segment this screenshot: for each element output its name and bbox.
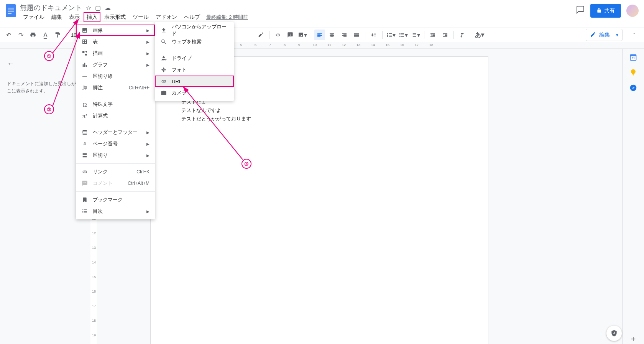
last-edit[interactable]: 最終編集: 2 時間前: [206, 14, 248, 21]
menu-label: 目次: [93, 208, 142, 215]
tasks-icon[interactable]: [629, 84, 637, 92]
insert-item-toc[interactable]: 目次▶: [76, 206, 155, 217]
menu-label: 計算式: [93, 112, 150, 119]
menu-addons[interactable]: アドオン: [153, 12, 180, 22]
redo-button[interactable]: ↷: [15, 30, 26, 40]
menu-label: 表: [93, 38, 142, 45]
outline-back-icon[interactable]: ←: [7, 57, 84, 69]
drawing-icon: [81, 50, 88, 56]
clear-formatting-button[interactable]: [457, 30, 468, 40]
svg-rect-4: [631, 54, 636, 56]
shortcut: Ctrl+Alt+F: [129, 85, 150, 91]
align-center-button[interactable]: [327, 30, 337, 40]
menu-file[interactable]: ファイル: [20, 12, 48, 22]
camera-icon: [160, 90, 167, 96]
link-icon: [81, 169, 88, 175]
insert-item-pagenum[interactable]: #ページ番号▶: [76, 138, 155, 150]
star-icon[interactable]: ☆: [86, 4, 91, 12]
insert-item-break[interactable]: 区切り▶: [76, 150, 155, 161]
insert-comment-button[interactable]: [285, 30, 296, 40]
toc-icon: [81, 208, 88, 214]
calendar-icon[interactable]: 31: [629, 53, 637, 61]
image-item-drive[interactable]: ドライブ: [155, 53, 234, 64]
side-panel: 31 +: [622, 49, 644, 344]
svg-text:31: 31: [632, 56, 635, 60]
undo-button[interactable]: ↶: [3, 30, 14, 40]
align-left-button[interactable]: [314, 30, 325, 40]
insert-menu: 画像▶表▶描画▶グラフ▶区切り線脚脚注Ctrl+Alt+FΩ特殊文字π²計算式ヘ…: [76, 22, 155, 219]
menu-label: パソコンからアップロード: [172, 23, 228, 37]
chevron-right-icon: ▶: [146, 63, 150, 67]
insert-item-hr[interactable]: 区切り線: [76, 71, 155, 82]
checklist-button[interactable]: ▾: [386, 30, 396, 40]
svg-rect-12: [83, 131, 87, 133]
insert-item-table[interactable]: 表▶: [76, 36, 155, 48]
line-spacing-button[interactable]: [368, 30, 379, 40]
menu-label: ドライブ: [172, 55, 228, 62]
menu-format[interactable]: 表示形式: [101, 12, 129, 22]
avatar[interactable]: [626, 5, 639, 17]
mode-label: 編集: [599, 31, 610, 38]
footnote-icon: 脚: [81, 85, 88, 91]
indent-increase-button[interactable]: [440, 30, 450, 40]
insert-item-omega[interactable]: Ω特殊文字: [76, 99, 155, 110]
insert-image-button[interactable]: ▾: [297, 30, 308, 40]
insert-link-button[interactable]: [273, 30, 283, 40]
highlight-color-button[interactable]: [255, 30, 266, 40]
align-justify-button[interactable]: [351, 30, 362, 40]
doc-title[interactable]: 無題のドキュメント: [20, 3, 82, 12]
numbered-list-button[interactable]: ▾: [410, 30, 421, 40]
chevron-right-icon: ▶: [146, 40, 150, 44]
insert-item-pi[interactable]: π²計算式: [76, 110, 155, 122]
chevron-down-icon: ▼: [615, 33, 619, 37]
print-button[interactable]: [28, 30, 38, 40]
keep-icon[interactable]: [629, 69, 637, 76]
mode-selector[interactable]: 編集 ▼: [586, 29, 623, 41]
spellcheck-button[interactable]: A̲: [40, 30, 51, 40]
image-item-link[interactable]: URL: [155, 76, 234, 87]
explore-button[interactable]: [606, 326, 622, 341]
indent-decrease-button[interactable]: [427, 30, 438, 40]
insert-item-chart[interactable]: グラフ▶: [76, 59, 155, 71]
hr-icon: [81, 73, 88, 79]
chevron-right-icon: ▶: [146, 153, 150, 158]
shortcut: Ctrl+K: [136, 169, 150, 174]
add-addon-icon[interactable]: +: [629, 335, 637, 343]
paint-format-button[interactable]: [52, 30, 63, 40]
comments-icon[interactable]: [576, 5, 585, 16]
insert-item-hf[interactable]: ヘッダーとフッター▶: [76, 127, 155, 138]
input-tools-button[interactable]: あ▾: [474, 30, 485, 40]
insert-item-footnote[interactable]: 脚脚注Ctrl+Alt+F: [76, 82, 155, 94]
menu-help[interactable]: ヘルプ: [181, 12, 203, 22]
cloud-icon[interactable]: ☁: [105, 4, 111, 12]
svg-rect-11: [83, 134, 87, 135]
insert-item-image[interactable]: 画像▶: [76, 25, 155, 36]
align-right-button[interactable]: [339, 30, 350, 40]
image-item-upload[interactable]: パソコンからアップロード: [155, 25, 234, 36]
break-icon: [81, 152, 88, 158]
image-item-search[interactable]: ウェブを検索: [155, 36, 234, 48]
image-item-photos[interactable]: フォト: [155, 64, 234, 76]
move-icon[interactable]: ▢: [95, 4, 101, 12]
menu-view[interactable]: 表示: [66, 12, 83, 22]
menu-label: フォト: [172, 66, 228, 73]
hide-menus-button[interactable]: ˄: [627, 28, 641, 42]
docs-logo[interactable]: [3, 3, 18, 18]
share-button[interactable]: 共有: [590, 4, 621, 18]
menu-label: 脚注: [93, 84, 124, 91]
menu-label: ページ番号: [93, 140, 142, 147]
lock-icon: [596, 8, 602, 14]
image-item-camera[interactable]: カメラ: [155, 87, 234, 99]
bulleted-list-button[interactable]: ▾: [398, 30, 409, 40]
chevron-right-icon: ▶: [146, 130, 150, 135]
insert-item-drawing[interactable]: 描画▶: [76, 48, 155, 59]
svg-point-8: [85, 54, 87, 56]
menu-label: 特殊文字: [93, 101, 150, 108]
insert-item-bookmark[interactable]: ブックマーク: [76, 194, 155, 206]
menu-insert[interactable]: 挿入: [84, 12, 100, 22]
menu-label: URL: [172, 79, 228, 84]
menu-label: グラフ: [93, 61, 142, 68]
menu-tools[interactable]: ツール: [130, 12, 152, 22]
menu-edit[interactable]: 編集: [48, 12, 65, 22]
insert-item-link[interactable]: リンクCtrl+K: [76, 166, 155, 178]
